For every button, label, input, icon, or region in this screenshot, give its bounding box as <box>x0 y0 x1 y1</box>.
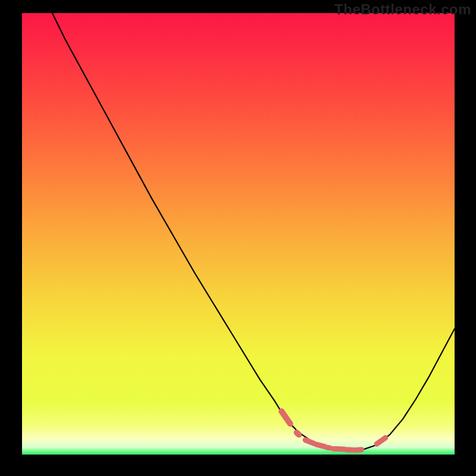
background-gradient <box>22 13 455 455</box>
chart-container: TheBottleneck.com <box>0 0 476 476</box>
svg-rect-0 <box>22 13 455 455</box>
plot-area <box>22 13 455 455</box>
